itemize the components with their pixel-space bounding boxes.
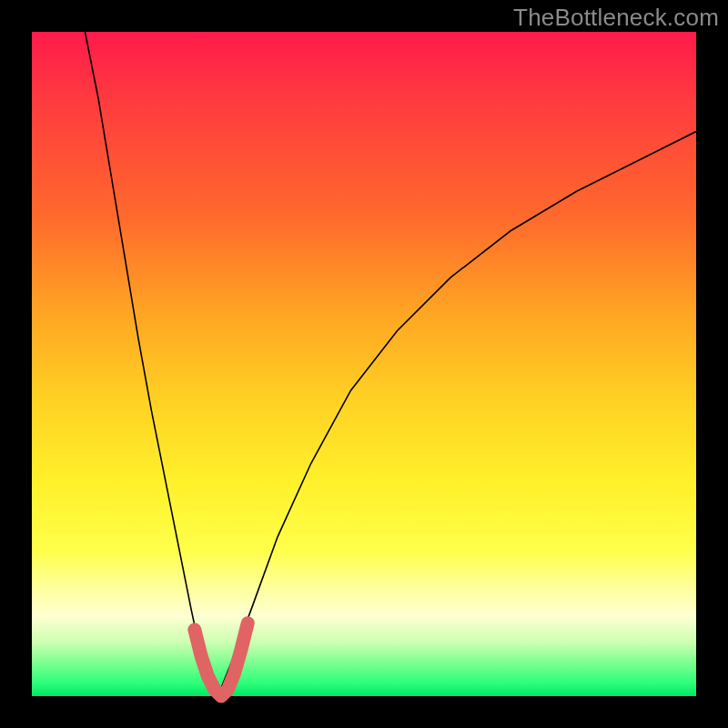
curve-left-branch: [85, 32, 217, 696]
curve-layer: [32, 32, 696, 696]
plot-area: [32, 32, 696, 696]
watermark-text: TheBottleneck.com: [513, 4, 719, 32]
chart-frame: TheBottleneck.com: [0, 0, 728, 728]
valley-highlight: [195, 623, 248, 696]
curve-right-branch: [217, 132, 696, 697]
